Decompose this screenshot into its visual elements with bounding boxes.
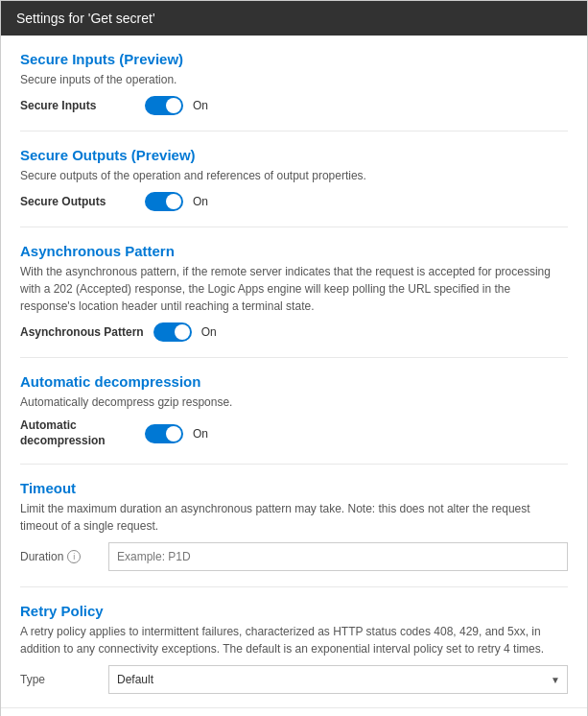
secure-outputs-section: Secure Outputs (Preview) Secure outputs … [20,147,568,227]
timeout-section: Timeout Limit the maximum duration an as… [20,480,568,587]
secure-inputs-toggle[interactable] [145,96,183,115]
async-pattern-label: Asynchronous Pattern [20,325,144,339]
secure-inputs-desc: Secure inputs of the operation. [20,71,568,88]
settings-dialog: Settings for 'Get secret' Secure Inputs … [0,0,588,716]
auto-decompress-toggle-row: Automatic decompression On [20,418,568,448]
retry-policy-section: Retry Policy A retry policy applies to i… [20,603,568,707]
retry-type-label: Type [20,673,97,686]
dialog-footer: Done Cancel [1,707,587,716]
async-pattern-toggle[interactable] [153,322,192,342]
auto-decompress-label: Automatic decompression [20,418,135,448]
duration-input[interactable] [108,542,568,571]
retry-type-select[interactable]: Default None Fixed interval Exponential … [108,665,568,694]
secure-inputs-toggle-state: On [193,99,208,112]
retry-type-row: Type Default None Fixed interval Exponen… [20,665,568,694]
auto-decompress-title: Automatic decompression [20,373,568,390]
retry-policy-desc: A retry policy applies to intermittent f… [20,623,568,657]
retry-policy-title: Retry Policy [20,603,568,619]
duration-label: Duration i [20,550,97,563]
secure-outputs-label: Secure Outputs [20,195,135,208]
secure-outputs-toggle-state: On [193,195,208,208]
secure-outputs-toggle-row: Secure Outputs On [20,192,568,211]
async-pattern-desc: With the asynchronous pattern, if the re… [20,263,568,315]
secure-outputs-desc: Secure outputs of the operation and refe… [20,167,568,184]
dialog-title: Settings for 'Get secret' [16,11,155,26]
duration-info-icon[interactable]: i [67,550,81,563]
secure-inputs-toggle-row: Secure Inputs On [20,96,568,115]
auto-decompress-toggle-state: On [193,427,208,441]
auto-decompress-desc: Automatically decompress gzip response. [20,394,568,411]
dialog-header: Settings for 'Get secret' [1,1,587,36]
async-pattern-title: Asynchronous Pattern [20,243,568,259]
secure-inputs-title: Secure Inputs (Preview) [20,51,568,67]
secure-outputs-toggle[interactable] [145,192,183,211]
secure-inputs-label: Secure Inputs [20,99,135,112]
dialog-body: Secure Inputs (Preview) Secure inputs of… [1,36,587,707]
async-pattern-toggle-state: On [201,325,217,339]
async-pattern-toggle-row: Asynchronous Pattern On [20,322,568,342]
auto-decompress-toggle[interactable] [145,424,183,443]
retry-type-select-wrapper: Default None Fixed interval Exponential … [108,665,568,694]
async-pattern-section: Asynchronous Pattern With the asynchrono… [20,243,568,358]
secure-outputs-title: Secure Outputs (Preview) [20,147,568,163]
timeout-field-row: Duration i [20,542,568,571]
timeout-title: Timeout [20,480,568,496]
secure-inputs-section: Secure Inputs (Preview) Secure inputs of… [20,51,568,131]
auto-decompress-section: Automatic decompression Automatically de… [20,373,568,465]
timeout-desc: Limit the maximum duration an asynchrono… [20,500,568,535]
